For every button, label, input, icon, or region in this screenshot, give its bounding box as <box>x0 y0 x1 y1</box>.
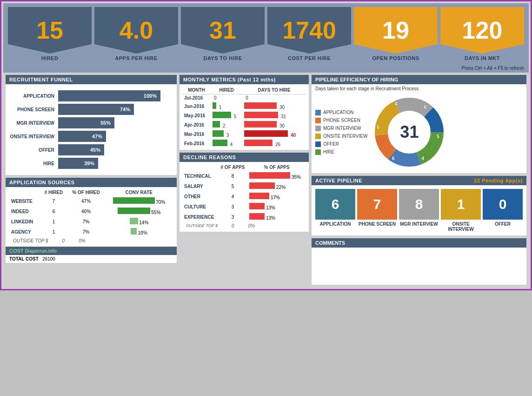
pipeline-boxes: 6 APPLICATION 7 PHONE SCREEN 8 MGR INTER… <box>312 185 526 235</box>
left-column: RECRUITMENT FUNNEL APPLICATION 100% PHON… <box>5 74 177 285</box>
sources-outside: OUTSIDE TOP $ 0 0% <box>9 237 173 245</box>
decline-row: CULTURE 3 13% <box>182 201 306 212</box>
decline-apps: 4 <box>218 191 247 201</box>
kpi-item: 15 HIRED <box>8 7 92 65</box>
pipeline-box: 1 ONSITE INTERVIEW <box>441 189 481 232</box>
pipeline-panel: PIPELINE EFFICIENCY OF HIRING Days taken… <box>311 74 527 174</box>
sources-body: # HIRED% OF HIREDCONV RATE WEBSITE 7 47%… <box>6 187 177 247</box>
source-hired: 1 <box>40 227 67 237</box>
legend-label: HIRE <box>323 149 334 154</box>
funnel-row-label: PHONE SCREEN <box>9 107 58 112</box>
monthly-days: 31 <box>242 111 306 120</box>
pipeline-box-value: 6 <box>315 189 355 220</box>
decline-reason: CULTURE <box>182 201 218 212</box>
decline-pct-val: 22% <box>276 185 286 190</box>
sources-col-header: % OF HIRED <box>67 189 105 196</box>
funnel-panel: RECRUITMENT FUNNEL APPLICATION 100% PHON… <box>5 74 177 175</box>
decline-row: TECHNICAL 8 35% <box>182 171 306 181</box>
kpi-item: 1740 COST PER HIRE <box>267 7 351 65</box>
kpi-banner: 15 <box>8 7 92 54</box>
decline-body: # OF APPS% OF APPS TECHNICAL 8 35% SALAR… <box>180 162 309 232</box>
legend-label: MGR INTERVIEW <box>323 126 361 131</box>
sources-col-header: # HIRED <box>40 189 67 196</box>
kpi-value: 15 <box>36 18 63 42</box>
donut-label: 4 <box>395 101 398 107</box>
hired-bar <box>213 102 216 109</box>
pending-label: 22 Pending App(s) <box>474 178 523 183</box>
days-num: 30 <box>278 123 285 128</box>
decline-apps: 5 <box>218 181 247 191</box>
hired-bar <box>213 112 231 118</box>
funnel-bar-wrap: 45% <box>58 144 173 155</box>
active-pipeline-header: ACTIVE PIPELINE 22 Pending App(s) <box>312 176 526 185</box>
comments-body <box>312 248 526 285</box>
decline-header: DECLINE REASONS <box>180 153 309 162</box>
decline-pct: 35% <box>247 171 306 181</box>
pipeline-box-label: PHONE SCREEN <box>359 221 396 227</box>
legend-item: OFFER <box>315 141 367 147</box>
watermark: Diaperrun.info <box>25 248 57 254</box>
donut-label: 6 <box>392 155 395 161</box>
kpi-row: 15 HIRED 4.0 APPS PER HIRE 31 DAYS TO HI… <box>3 3 529 65</box>
source-pct-hired: 7% <box>67 216 105 227</box>
days-num: 0 <box>244 95 248 101</box>
kpi-value: 1740 <box>282 18 336 42</box>
source-pct-hired: 40% <box>67 206 105 216</box>
days-num: 30 <box>278 105 285 110</box>
kpi-banner: 120 <box>440 7 524 54</box>
conv-pct: 14% <box>139 220 148 225</box>
monthly-header: MONTHLY METRICS (Past 12 mths) <box>180 75 309 84</box>
source-conv: 55% <box>105 206 173 216</box>
monthly-row: Mar-2016 3 40 <box>182 129 306 139</box>
decline-bar <box>249 172 290 179</box>
decline-apps: 3 <box>218 201 247 212</box>
decline-pct: 17% <box>247 191 306 201</box>
funnel-bar: 74% <box>58 104 134 115</box>
funnel-bar: 45% <box>58 144 104 155</box>
legend-color <box>315 141 321 147</box>
monthly-hired: 1 <box>211 101 242 111</box>
source-conv: 70% <box>105 196 173 206</box>
legend-color <box>315 118 321 123</box>
monthly-month: Jun-2016 <box>182 101 211 111</box>
decline-reason: EXPERIENCE <box>182 212 218 222</box>
hired-bar <box>213 140 227 146</box>
funnel-row: ONSITE INTERVIEW 47% <box>9 131 173 142</box>
funnel-bar: 100% <box>58 90 160 101</box>
right-column: PIPELINE EFFICIENCY OF HIRING Days taken… <box>311 74 527 285</box>
funnel-bar: 47% <box>58 131 106 142</box>
kpi-item: 19 OPEN POSITIONS <box>354 7 438 65</box>
funnel-row: APPLICATION 100% <box>9 90 173 101</box>
pipeline-header: PIPELINE EFFICIENCY OF HIRING <box>312 75 526 84</box>
legend-label: PHONE SCREEN <box>323 118 360 123</box>
funnel-row-label: ONSITE INTERVIEW <box>9 134 58 139</box>
kpi-value: 120 <box>462 18 503 42</box>
funnel-header: RECRUITMENT FUNNEL <box>6 75 177 84</box>
hired-bar <box>213 121 220 128</box>
decline-pct-val: 17% <box>271 195 280 200</box>
monthly-days: 0 <box>242 94 306 102</box>
conv-bar <box>130 218 138 224</box>
funnel-bar-wrap: 74% <box>58 104 173 115</box>
pipeline-body: APPLICATION PHONE SCREEN MGR INTERVIEW O… <box>312 91 526 173</box>
kpi-banner: 31 <box>181 7 265 54</box>
cost-section: COST Diaperrun.info <box>6 247 177 255</box>
monthly-row: Feb-2016 4 26 <box>182 139 306 148</box>
decline-apps: 8 <box>218 171 247 181</box>
pipeline-box-label: ONSITE INTERVIEW <box>441 221 481 232</box>
source-pct-hired: 47% <box>67 196 105 206</box>
decline-apps: 3 <box>218 212 247 222</box>
decline-pct-val: 35% <box>292 175 301 180</box>
decline-pct-val: 13% <box>266 215 275 221</box>
legend-item: ONSITE INTERVIEW <box>315 134 367 139</box>
monthly-col-header: MONTH <box>182 86 211 94</box>
comments-panel: COMMENTS <box>311 238 527 285</box>
funnel-bar: 39% <box>58 158 98 169</box>
monthly-row: Jun-2016 1 30 <box>182 101 306 111</box>
decline-pct-val: 13% <box>266 205 275 210</box>
decline-reason: SALARY <box>182 181 218 191</box>
decline-bar <box>249 193 269 199</box>
kpi-value: 19 <box>382 18 409 42</box>
legend-item: HIRE <box>315 149 367 155</box>
monthly-row: Apr-2016 2 30 <box>182 120 306 129</box>
